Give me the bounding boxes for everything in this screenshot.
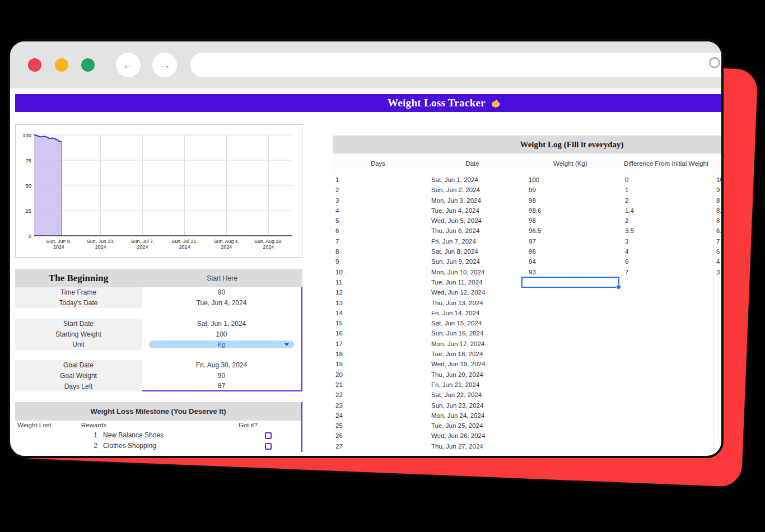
log-weight-cell[interactable] [522,328,619,338]
log-day-cell[interactable]: 9 [333,256,423,267]
log-weight-left-cell[interactable]: 8 [713,195,724,206]
log-diff-cell[interactable]: 0 [619,175,713,185]
log-weight-cell[interactable] [522,370,619,380]
log-weight-left-cell[interactable] [713,287,724,297]
log-day-cell[interactable]: 24 [333,410,423,421]
log-weight-cell[interactable] [522,349,619,359]
log-diff-cell[interactable]: 4 [619,246,713,256]
log-day-cell[interactable]: 25 [333,421,423,431]
log-diff-cell[interactable] [619,410,713,421]
log-weight-cell[interactable] [522,441,619,451]
log-weight-left-cell[interactable] [713,277,724,287]
got-it-checkbox[interactable] [265,432,272,439]
field-value-cell[interactable]: Kg [142,339,302,350]
log-date-cell[interactable]: Mon, Jun 10, 2024 [423,267,522,277]
address-bar[interactable] [190,53,724,77]
log-diff-cell[interactable] [619,328,713,338]
log-weight-cell[interactable] [522,390,619,400]
log-weight-cell[interactable] [522,380,619,390]
log-weight-cell[interactable]: 98 [522,216,619,226]
minimize-window-button[interactable] [55,58,68,72]
log-day-cell[interactable]: 21 [333,380,423,390]
log-weight-left-cell[interactable] [713,328,724,338]
log-weight-cell[interactable]: 96 [522,246,619,256]
log-weight-cell[interactable] [522,308,619,318]
log-diff-cell[interactable]: 6 [619,256,713,267]
close-window-button[interactable] [28,58,41,72]
log-weight-cell[interactable]: 97 [522,236,619,246]
field-value-cell[interactable]: 90 [142,371,302,381]
log-weight-left-cell[interactable]: 7 [713,236,724,246]
log-day-cell[interactable]: 27 [333,441,423,451]
log-diff-cell[interactable]: 3 [619,236,713,246]
log-date-cell[interactable]: Fri, Jun 7, 2024 [423,236,522,246]
log-weight-left-cell[interactable] [713,339,724,349]
log-diff-cell[interactable] [619,380,713,390]
log-day-cell[interactable]: 12 [333,287,423,297]
log-date-cell[interactable]: Tue, Jun 25, 2024 [423,421,522,431]
log-weight-cell[interactable] [522,318,619,328]
log-date-cell[interactable]: Wed, Jun 5, 2024 [423,216,522,226]
log-weight-left-cell[interactable] [713,421,724,431]
log-diff-cell[interactable] [619,349,713,359]
field-value-cell[interactable]: Fri, Aug 30, 2024 [142,360,302,371]
log-day-cell[interactable]: 10 [333,267,423,277]
forward-button[interactable]: → [152,53,177,77]
maximize-window-button[interactable] [81,58,95,72]
field-value-cell[interactable]: 100 [142,329,302,339]
log-day-cell[interactable]: 13 [333,298,423,308]
log-diff-cell[interactable]: 2 [619,195,713,206]
log-weight-cell[interactable]: 98 [522,195,619,206]
log-day-cell[interactable]: 14 [333,308,423,318]
log-date-cell[interactable]: Fri, Jun 21, 2024 [423,380,522,390]
log-weight-cell[interactable] [522,359,619,369]
log-weight-left-cell[interactable]: 9 [713,185,724,195]
log-diff-cell[interactable]: 7 [619,267,713,277]
log-day-cell[interactable]: 5 [333,216,423,226]
log-date-cell[interactable]: Sat, Jun 1, 2024 [423,175,522,185]
log-weight-cell[interactable] [522,431,619,441]
log-weight-left-cell[interactable] [713,410,724,421]
log-date-cell[interactable]: Thu, Jun 27, 2024 [423,441,522,451]
milestone-reward-cell[interactable]: New Balance Shoes [99,431,256,442]
field-value-cell[interactable]: Tue, Jun 4, 2024 [142,298,302,309]
log-weight-left-cell[interactable] [713,380,724,390]
log-weight-cell[interactable]: 96.5 [522,226,619,236]
log-date-cell[interactable]: Sat, Jun 15, 2024 [423,318,522,328]
log-diff-cell[interactable]: 1.4 [619,206,713,216]
log-date-cell[interactable]: Mon, Jun 17, 2024 [423,339,522,349]
log-day-cell[interactable]: 17 [333,339,423,349]
log-weight-cell[interactable]: 100 [522,175,619,185]
got-it-checkbox[interactable] [265,443,272,450]
log-diff-cell[interactable] [619,431,713,441]
log-day-cell[interactable]: 1 [333,175,423,185]
log-weight-left-cell[interactable] [713,400,724,410]
log-date-cell[interactable]: Sun, Jun 9, 2024 [423,256,522,267]
log-diff-cell[interactable]: 3.5 [619,226,713,236]
log-day-cell[interactable]: 18 [333,349,423,359]
log-weight-left-cell[interactable]: 8.6 [713,206,724,216]
log-weight-left-cell[interactable] [713,431,724,441]
log-weight-cell[interactable] [522,421,619,431]
log-day-cell[interactable]: 26 [333,431,423,441]
log-weight-left-cell[interactable] [713,318,724,328]
log-diff-cell[interactable] [619,421,713,431]
log-diff-cell[interactable] [619,359,713,369]
log-diff-cell[interactable] [619,298,713,308]
log-day-cell[interactable]: 11 [333,277,423,287]
milestone-number-cell[interactable]: 2 [15,442,99,452]
log-day-cell[interactable]: 16 [333,328,423,338]
log-diff-cell[interactable] [619,339,713,349]
log-date-cell[interactable]: Sun, Jun 23, 2024 [423,400,522,410]
log-diff-cell[interactable] [619,318,713,328]
log-weight-cell[interactable]: 94 [522,256,619,267]
log-weight-cell[interactable] [522,287,619,297]
log-date-cell[interactable]: Tue, Jun 11, 2024 [423,277,522,287]
log-date-cell[interactable]: Sat, Jun 22, 2024 [423,390,522,400]
log-date-cell[interactable]: Tue, Jun 18, 2024 [423,349,522,359]
log-day-cell[interactable]: 2 [333,185,423,195]
log-day-cell[interactable]: 3 [333,195,423,206]
log-date-cell[interactable]: Sun, Jun 2, 2024 [423,185,522,195]
log-day-cell[interactable]: 4 [333,206,423,216]
log-weight-cell[interactable] [522,277,619,287]
